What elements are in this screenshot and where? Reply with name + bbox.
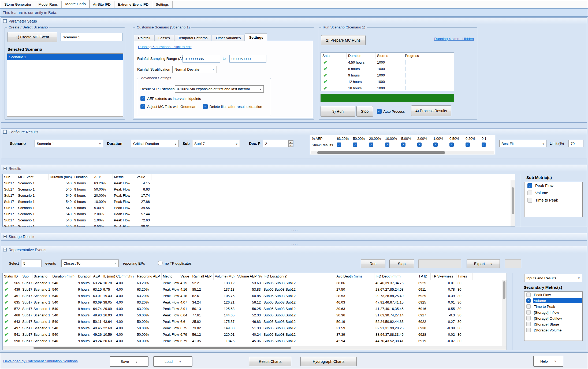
col-aep[interactable]: AEP — [92, 273, 102, 280]
stratification-select[interactable]: Normal Deviate∨ — [172, 66, 217, 73]
scrollbar-thumb[interactable] — [503, 281, 505, 299]
best-fit-select[interactable]: Best Fit∨ — [499, 140, 546, 147]
sub-metric-item[interactable]: ✓ Time to Peak — [524, 196, 582, 204]
metric-checkbox[interactable]: ✓ — [526, 310, 531, 315]
rep-events-row[interactable]: ✔ 451 Sub17 Scenario 1 540 9 hours 63.01… — [3, 293, 507, 299]
rep-events-row[interactable]: ✔ 643 Sub17 Scenario 1 540 9 hours 50.11… — [3, 318, 507, 325]
rep-run-button[interactable]: Run — [361, 259, 385, 268]
stop-button[interactable]: Stop — [356, 106, 373, 117]
col-tp-id[interactable]: TP ID — [417, 273, 430, 280]
customise-tab[interactable]: Other Variables — [212, 35, 245, 41]
show-results-checkbox[interactable]: ✓ — [337, 143, 341, 147]
auto-process-checkbox[interactable]: ✓ — [377, 109, 382, 114]
collapse-icon[interactable]: − — [3, 167, 7, 170]
col-value[interactable]: Value — [179, 273, 191, 280]
show-results-checkbox[interactable]: ✓ — [353, 143, 357, 147]
expand-icon[interactable]: + — [3, 235, 7, 238]
col-duration[interactable]: Duration — [73, 174, 93, 180]
results-table-row[interactable]: Sub17 Scenario 1 540 9 hours 20.00% Peak… — [3, 192, 515, 199]
load-button[interactable]: Load∨ — [153, 356, 192, 367]
option-checkbox[interactable]: ✓ — [140, 96, 145, 101]
spinner-down-icon[interactable]: ▼ — [288, 144, 293, 147]
rep-events-row[interactable]: ✔ 565 Sub17 Scenario 1 540 9 hours 63.24… — [3, 280, 507, 286]
dec-p-spinner[interactable]: 2 ▲ ▼ — [263, 140, 293, 147]
no-tp-duplicates-checkbox[interactable]: ✓ — [158, 261, 163, 265]
scrollbar-thumb[interactable] — [317, 151, 445, 154]
customise-tab[interactable]: Losses — [154, 35, 174, 41]
secondary-metric-item[interactable]: ✓ Peak Flow — [524, 292, 582, 298]
col-sub[interactable]: Sub — [3, 174, 17, 180]
duration-select[interactable]: Critical Duration∨ — [131, 140, 179, 147]
col-il[interactable]: IL (mm) — [102, 273, 115, 280]
show-results-checkbox[interactable]: ✓ — [401, 143, 405, 147]
view-mode-select[interactable]: Inputs and Results∨ — [524, 274, 582, 282]
results-table-row[interactable]: Sub17 Scenario 1 540 9 hours 10.00% Peak… — [3, 199, 515, 205]
secondary-metric-item[interactable]: ✓ [Storage] Volume — [524, 327, 582, 333]
secondary-metric-item[interactable]: ✓ Volume — [524, 298, 582, 304]
rep-events-row[interactable]: ✔ 572 Sub17 Scenario 1 540 9 hours 64.74… — [3, 305, 507, 312]
durations-link[interactable]: Running 5 durations - click to edit — [138, 45, 192, 49]
col-aep[interactable]: AEP — [93, 174, 113, 180]
col-avg-depth[interactable]: Avg Depth (mm) — [335, 273, 374, 280]
splitter-handle[interactable]: ····· — [0, 229, 588, 232]
show-results-checkbox[interactable]: ✓ — [417, 143, 422, 147]
col-volume[interactable]: Volume (ML) — [213, 273, 236, 280]
result-charts-button[interactable]: Result Charts — [249, 357, 291, 366]
show-results-checkbox[interactable]: ✓ — [433, 143, 438, 147]
col-ifd-depth[interactable]: IFD Depth (mm) — [374, 273, 417, 280]
col-cl[interactable]: CL (mm/hr) — [115, 273, 136, 280]
help-button[interactable]: Help∨ — [533, 356, 563, 367]
col-ifd-locations[interactable]: IFD Location(s) — [262, 273, 335, 280]
sub-metric-item[interactable]: ✓ Peak Flow — [524, 182, 582, 189]
col-mc-event[interactable]: MC Event — [17, 174, 48, 180]
menu-tab[interactable]: Monte Carlo — [62, 0, 90, 9]
col-tp-skewness[interactable]: TP Skewness — [430, 273, 456, 280]
metric-checkbox[interactable]: ✓ — [526, 322, 531, 326]
scenario-name-input[interactable]: Scenario 1 — [61, 33, 123, 41]
events-count-input[interactable]: 5 — [21, 260, 42, 267]
col-times[interactable]: Times — [456, 273, 472, 280]
rep-stop-button[interactable]: Stop — [389, 259, 414, 268]
metric-checkbox[interactable]: ✓ — [526, 298, 531, 303]
sub-select[interactable]: Sub17∨ — [192, 140, 240, 147]
sub-metric-item[interactable]: ✓ Volume — [524, 189, 582, 196]
splitter-handle[interactable]: ····· — [0, 243, 588, 246]
results-table-row[interactable]: Sub17 Scenario 1 540 9 hours 0.50% Peak … — [3, 223, 515, 227]
col-sub[interactable]: Sub — [21, 273, 32, 280]
save-button[interactable]: Save∨ — [110, 356, 148, 367]
col-volume-aep[interactable]: Volume AEP (%) — [236, 273, 262, 280]
col-id[interactable]: ID — [13, 273, 21, 280]
process-results-button[interactable]: 4) Process Results — [411, 105, 451, 116]
customise-tab[interactable]: Settings — [245, 34, 267, 41]
show-results-checkbox[interactable]: ✓ — [449, 143, 454, 147]
show-results-checkbox[interactable]: ✓ — [385, 143, 389, 147]
spinner-up-icon[interactable]: ▲ — [288, 140, 293, 144]
scenario-list-item[interactable]: Scenario 1 — [7, 54, 123, 60]
customise-tab[interactable]: Rainfall — [134, 35, 154, 41]
results-table-row[interactable]: Sub17 Scenario 1 540 9 hours 5.00% Peak … — [3, 205, 515, 211]
col-scenario[interactable]: Scenario — [32, 273, 51, 280]
results-table-row[interactable]: Sub17 Scenario 1 540 9 hours 63.20% Peak… — [3, 180, 515, 186]
collapse-icon[interactable]: − — [3, 248, 7, 251]
scrollbar-thumb[interactable] — [512, 187, 514, 214]
secondary-metric-item[interactable]: ✓ [Storage] Stage — [524, 321, 582, 327]
rep-events-row[interactable]: ✔ 439 Sub17 Scenario 1 540 9 hours 63.15… — [3, 286, 507, 293]
collapse-icon[interactable]: − — [3, 130, 7, 134]
rep-events-row[interactable]: ✔ 497 Sub17 Scenario 1 540 9 hours 49.45… — [3, 325, 507, 331]
rep-vertical-scrollbar[interactable] — [502, 280, 507, 346]
rep-events-row[interactable]: ✔ 468 Sub17 Scenario 1 540 9 hours 49.93… — [3, 312, 507, 318]
run-button[interactable]: 3) Run — [321, 106, 355, 117]
results-table-row[interactable]: Sub17 Scenario 1 540 9 hours 50.00% Peak… — [3, 186, 515, 192]
rep-events-row[interactable]: ✔ 541 Sub17 Scenario 1 540 9 hours 49.26… — [3, 331, 507, 338]
col-metric[interactable]: Metric — [161, 273, 179, 280]
customise-tab[interactable]: Temporal Patterns — [174, 35, 212, 41]
scrollbar-thumb[interactable] — [34, 347, 291, 349]
col-duration-min[interactable]: Duration (min) — [48, 174, 73, 180]
export-button[interactable]: Export∨ — [467, 259, 500, 268]
menu-tab[interactable]: Settings — [152, 1, 173, 8]
results-table-row[interactable]: Sub17 Scenario 1 540 9 hours 1.00% Peak … — [3, 217, 515, 223]
option-checkbox[interactable]: ✓ — [140, 104, 145, 109]
aep-estimation-select[interactable]: 0-100% via expansion of first and last i… — [175, 85, 264, 93]
collapse-icon[interactable]: − — [3, 19, 7, 23]
menu-tab[interactable]: Storm Generator — [1, 1, 35, 8]
